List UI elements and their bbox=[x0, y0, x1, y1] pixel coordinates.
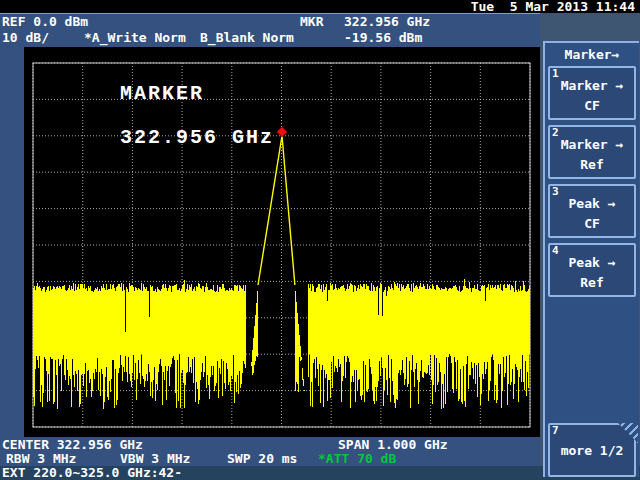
marker-freq-readout: 322.956 GHz bbox=[344, 15, 430, 29]
softkey-label: CF bbox=[550, 216, 634, 231]
footer-readout-bar: CENTER 322.956 GHz SPAN 1.000 GHz RBW 3 … bbox=[0, 437, 540, 466]
softkey-peak-to-cf[interactable]: 3 Peak → CF bbox=[548, 184, 636, 238]
softkey-label: Peak → bbox=[550, 255, 634, 270]
softkey-marker-to-ref[interactable]: 2 Marker → Ref bbox=[548, 125, 636, 179]
sweep-time-readout: SWP 20 ms bbox=[227, 452, 297, 466]
trace-a-status: *A_Write Norm bbox=[84, 31, 186, 45]
marker-readout-label: MKR bbox=[300, 15, 323, 29]
amplitude-scale-readout: 10 dB/ bbox=[2, 31, 49, 45]
marker-annotation-freq: 322.956 GHz bbox=[120, 126, 274, 149]
center-freq-readout: CENTER 322.956 GHz bbox=[2, 438, 143, 452]
datetime-readout: Tue 5 Mar 2013 11:44 bbox=[471, 0, 635, 13]
softkey-peak-to-ref[interactable]: 4 Peak → Ref bbox=[548, 243, 636, 297]
rbw-readout: RBW 3 MHz bbox=[6, 452, 76, 466]
trace-b-status: B_Blank Norm bbox=[200, 31, 294, 45]
softkey-marker-to-cf[interactable]: 1 Marker → CF bbox=[548, 66, 636, 120]
softkey-number: 7 bbox=[552, 425, 559, 437]
softkey-menu: Marker→ 1 Marker → CF 2 Marker → Ref 3 P… bbox=[543, 41, 639, 477]
left-bezel-strip bbox=[0, 47, 24, 437]
span-readout: SPAN 1.000 GHz bbox=[338, 438, 448, 452]
softkey-label: more 1/2 bbox=[550, 443, 634, 458]
softkey-label: CF bbox=[550, 98, 634, 113]
marker-annotation: MARKER 322.956 GHz bbox=[36, 61, 274, 171]
spectrum-display: MARKER 322.956 GHz bbox=[24, 47, 540, 437]
softkey-menu-title: Marker→ bbox=[545, 47, 639, 62]
titlebar: Tue 5 Mar 2013 11:44 bbox=[0, 0, 640, 13]
softkey-label: Ref bbox=[550, 275, 634, 290]
marker-annotation-label: MARKER bbox=[120, 82, 204, 105]
softkey-label: Peak → bbox=[550, 196, 634, 211]
ref-level-readout: REF 0.0 dBm bbox=[2, 15, 88, 29]
vbw-readout: VBW 3 MHz bbox=[120, 452, 190, 466]
softkey-label: Ref bbox=[550, 157, 634, 172]
softkey-label: Marker → bbox=[550, 137, 634, 152]
spectrum-analyzer-screen: Tue 5 Mar 2013 11:44 EXT 220.0~325.0 GHz… bbox=[0, 0, 640, 480]
softkey-label: Marker → bbox=[550, 78, 634, 93]
noise-trace bbox=[34, 279, 530, 408]
attenuation-readout: *ATT 70 dB bbox=[318, 452, 396, 466]
marker-level-readout: -19.56 dBm bbox=[344, 31, 422, 45]
ext-band-readout: EXT 220.0~325.0 GHz:42- bbox=[2, 466, 182, 480]
header-readout-bar: REF 0.0 dBm MKR 322.956 GHz 10 dB/ *A_Wr… bbox=[0, 13, 540, 47]
softkey-more[interactable]: 7 more 1/2 bbox=[548, 423, 636, 477]
